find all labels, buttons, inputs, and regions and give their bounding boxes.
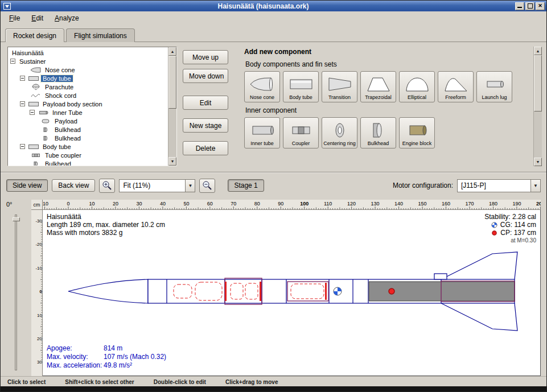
cg-marker[interactable] (334, 287, 342, 295)
expander-icon[interactable] (20, 144, 25, 149)
palette-item-transition[interactable]: Transition (322, 71, 357, 102)
tree-item-tube-coupler[interactable]: Tube coupler (8, 151, 168, 159)
close-button[interactable]: ✕ (536, 2, 545, 10)
palette-scrollbar[interactable]: ▲ ▼ (533, 47, 542, 166)
cp-marker[interactable] (389, 288, 394, 294)
svg-text:40: 40 (160, 201, 166, 207)
svg-text:100: 100 (300, 201, 309, 207)
menu-edit[interactable]: Edit (26, 13, 48, 24)
chevron-down-icon[interactable]: ▼ (530, 180, 540, 192)
tree-item-payload-body-section[interactable]: Payload body section (8, 100, 168, 108)
rocket-name: Haisunäätä (47, 213, 165, 221)
scrollbar-track[interactable] (168, 56, 176, 157)
rocket-canvas[interactable]: Haisunäätä Length 189 cm, max. diameter … (43, 210, 541, 376)
scroll-down-icon[interactable]: ▼ (534, 158, 542, 166)
back-view-button[interactable]: Back view (52, 179, 95, 192)
bulkhead-shape[interactable] (325, 283, 327, 300)
hint-click-drag-to-move: Click+drag to move (225, 379, 278, 385)
palette-item-coupler[interactable]: Coupler (283, 117, 319, 148)
palette-item-body-tube[interactable]: Body tube (283, 71, 319, 102)
zoom-out-button[interactable] (199, 179, 215, 193)
edit-button[interactable]: Edit (183, 96, 228, 110)
palette-item-inner-tube[interactable]: Inner tube (244, 117, 280, 148)
chevron-down-icon[interactable]: ▼ (185, 180, 195, 192)
component-tree[interactable]: HaisunäätäSustainerNose coneBody tubePar… (8, 47, 168, 166)
svg-text:110: 110 (324, 201, 332, 207)
scroll-down-icon[interactable]: ▼ (168, 157, 176, 166)
diagram-area: cm -100102030405060708090100110120130140… (31, 200, 544, 376)
shock-cord-icon (30, 92, 42, 99)
new-stage-button[interactable]: New stage (183, 118, 228, 133)
svg-text:-20: -20 (35, 242, 42, 247)
menu-file[interactable]: File (4, 13, 25, 24)
nose-cone-shape[interactable] (68, 279, 148, 303)
ruler-unit: cm (31, 200, 43, 210)
motor-configuration-select[interactable]: [J115-P] ▼ (457, 179, 541, 192)
tree-item-bulkhead[interactable]: Bulkhead (8, 159, 168, 166)
minimize-icon (517, 3, 522, 9)
view-panel: Side view Back view Fit (11%) ▼ Stage 1 … (1, 172, 546, 386)
tree-item-body-tube[interactable]: Body tube (8, 142, 168, 151)
tree-item-bulkhead[interactable]: Bulkhead (8, 125, 168, 134)
expander-icon[interactable] (10, 59, 15, 64)
mach-readout: at M=0.30 (484, 237, 536, 245)
tree-item-payload[interactable]: Payload (8, 117, 168, 125)
expander-icon[interactable] (30, 110, 35, 115)
side-view-button[interactable]: Side view (6, 179, 48, 192)
scrollbar-track[interactable] (534, 55, 542, 158)
svg-text:60: 60 (207, 201, 213, 207)
payload-icon (39, 118, 52, 125)
delete-button[interactable]: Delete (183, 141, 228, 155)
rocket-length: Length 189 cm, max. diameter 10.2 cm (47, 221, 165, 229)
stage-1-button[interactable]: Stage 1 (228, 179, 264, 192)
expander-icon[interactable] (20, 101, 25, 106)
scrollbar-thumb[interactable] (168, 56, 176, 109)
window-title: Haisunäätä (haisunaata.ork) (11, 2, 515, 10)
tree-item-body-tube[interactable]: Body tube (8, 74, 168, 82)
expander-icon[interactable] (20, 76, 25, 81)
tree-scrollbar[interactable]: ▲ ▼ (168, 47, 176, 166)
tree-item-haisun-t[interactable]: Haisunäätä (8, 48, 168, 57)
fin-bottom-shape[interactable] (441, 303, 517, 331)
move-down-button[interactable]: Move down (183, 69, 228, 83)
scroll-up-icon[interactable]: ▲ (534, 47, 542, 55)
palette-item-nose-cone[interactable]: Nose cone (244, 71, 280, 102)
tree-item-bulkhead[interactable]: Bulkhead (8, 134, 168, 142)
bulkhead-shape[interactable] (260, 282, 261, 301)
palette-item-elliptical[interactable]: Elliptical (399, 71, 435, 102)
tab-rocket-design[interactable]: Rocket design (5, 28, 64, 42)
pal-trapezoidal-icon (365, 73, 392, 95)
palette-item-bulkhead[interactable]: Bulkhead (360, 117, 396, 148)
tree-item-shock-cord[interactable]: Shock cord (8, 91, 168, 100)
titlebar[interactable]: Haisunäätä (haisunaata.ork) ✕ (1, 1, 546, 11)
fin-top-shape[interactable] (441, 252, 517, 279)
maximize-button[interactable] (525, 2, 534, 10)
tree-item-label: Nose cone (43, 67, 77, 73)
pal-centering-ring-icon (327, 119, 353, 141)
palette-item-launch-lug[interactable]: Launch lug (476, 71, 512, 102)
tree-item-nose-cone[interactable]: Nose cone (8, 65, 168, 74)
scrollbar-thumb[interactable] (534, 55, 542, 112)
minimize-button[interactable] (515, 2, 524, 10)
rotation-slider-thumb[interactable] (13, 217, 20, 221)
pal-bulkhead-icon (365, 119, 392, 141)
window-menu-icon[interactable] (2, 2, 11, 10)
scroll-up-icon[interactable]: ▲ (168, 47, 176, 56)
nose-cone-icon (30, 67, 42, 73)
tree-item-inner-tube[interactable]: Inner Tube (8, 108, 168, 117)
bulkhead-shape[interactable] (225, 282, 227, 301)
tab-flight-simulations[interactable]: Flight simulations (66, 28, 135, 42)
palette-item-centering-ring[interactable]: Centering ring (322, 117, 357, 148)
menu-analyze[interactable]: Analyze (50, 13, 84, 24)
zoom-in-button[interactable] (99, 179, 115, 193)
palette-item-freeform[interactable]: Freeform (438, 71, 474, 102)
zoom-level-select[interactable]: Fit (11%) ▼ (119, 179, 195, 192)
tree-item-sustainer[interactable]: Sustainer (8, 57, 168, 65)
move-up-button[interactable]: Move up (183, 50, 228, 64)
tree-item-parachute[interactable]: Parachute (8, 82, 168, 91)
launch-lug-shape[interactable] (434, 274, 447, 279)
palette-item-trapezoidal[interactable]: Trapezoidal (360, 71, 396, 102)
palette-item-engine-block[interactable]: Engine block (399, 117, 435, 148)
rotation-slider[interactable] (15, 214, 17, 370)
svg-text:-10: -10 (43, 201, 48, 207)
